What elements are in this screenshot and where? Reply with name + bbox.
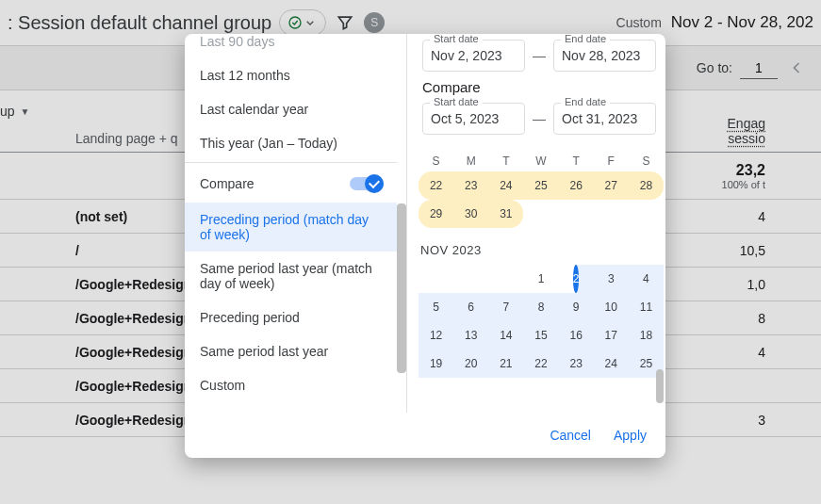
calendar-day [419,265,453,293]
calendar-day[interactable]: 17 [594,321,629,350]
month-label: NOV 2023 [420,243,664,257]
compare-custom[interactable]: Custom [185,368,397,402]
calendar-day[interactable]: 5 [419,293,453,321]
calendar-day[interactable]: 31 [488,200,523,228]
date-range-dialog: Last 90 days Last 12 months Last calenda… [185,34,665,458]
calendar-day[interactable]: 14 [488,321,523,350]
calendar-day[interactable]: 2 [573,265,580,293]
check-icon [365,174,384,193]
calendar-day[interactable]: 15 [523,321,558,350]
cancel-button[interactable]: Cancel [550,428,591,443]
preset-last-90-days[interactable]: Last 90 days [185,34,397,58]
preset-last-12-months[interactable]: Last 12 months [185,58,397,92]
status-chip[interactable] [279,9,326,36]
dialog-actions: Cancel Apply [185,413,665,458]
calendar-day[interactable]: 18 [629,321,664,350]
calendar-day [559,200,594,228]
calendar-day[interactable]: 12 [419,321,453,350]
calendar-day [594,200,629,228]
scrollbar-thumb[interactable] [656,369,664,403]
page-title: : Session default channel group [8,12,271,34]
preset-this-year[interactable]: This year (Jan – Today) [185,126,397,160]
calendar-day[interactable]: 19 [419,350,453,378]
calendar-day[interactable]: 22 [523,350,558,378]
pagination-goto: Go to: [697,57,778,79]
calendar-day[interactable]: 24 [594,350,629,378]
calendar-day[interactable]: 8 [523,293,558,321]
calendar-day[interactable]: 28 [629,171,664,200]
calendar-day[interactable]: 20 [453,350,488,378]
calendar-day[interactable]: 23 [559,350,594,378]
compare-preceding-period[interactable]: Preceding period [185,301,397,334]
compare-same-period-last-year[interactable]: Same period last year [185,334,397,368]
calendar-day [488,265,523,293]
compare-toggle-row: Compare [185,165,397,203]
calendar-day[interactable]: 3 [594,265,629,293]
compare-end-date[interactable]: End date Oct 31, 2023 [553,103,656,135]
compare-preceding-match-dow[interactable]: Preceding period (match day of week) [185,203,397,252]
compare-heading: Compare [422,79,656,95]
calendar-day[interactable]: 30 [453,200,488,228]
calendar-day[interactable]: 22 [419,171,453,200]
filter-icon[interactable] [332,9,358,36]
calendar-day[interactable]: 27 [594,171,629,200]
compare-same-period-last-year-match-dow[interactable]: Same period last year (match day of week… [185,252,397,301]
goto-input[interactable] [740,57,778,79]
calendar-day [453,265,488,293]
calendar-day[interactable]: 13 [453,321,488,350]
calendar-day[interactable]: 6 [453,293,488,321]
calendar-day[interactable]: 21 [488,350,523,378]
preset-last-calendar-year[interactable]: Last calendar year [185,92,397,126]
date-range-display[interactable]: Custom Nov 2 - Nov 28, 202 [616,13,813,32]
engaged-sessions-header[interactable]: Engag sessio [669,116,782,146]
svg-point-0 [289,17,301,28]
apply-button[interactable]: Apply [614,428,647,443]
calendar-day[interactable]: 23 [453,171,488,200]
day-of-week-header: SMTWTFS [419,154,664,168]
preset-list: Last 90 days Last 12 months Last calenda… [185,34,407,413]
compare-start-date[interactable]: Start date Oct 5, 2023 [422,103,525,135]
prev-page-icon[interactable] [783,55,810,81]
calendar-pane: Start date Nov 2, 2023 — End date Nov 28… [407,34,665,413]
calendar-day[interactable]: 25 [523,171,558,200]
primary-end-date[interactable]: End date Nov 28, 2023 [553,40,656,72]
calendar-day[interactable]: 26 [559,171,594,200]
compare-switch[interactable] [350,174,384,193]
avatar[interactable]: S [364,12,385,33]
calendar-day [629,200,664,228]
calendar-day[interactable]: 24 [488,171,523,200]
check-circle-icon [287,15,303,30]
primary-start-date[interactable]: Start date Nov 2, 2023 [422,40,525,72]
calendar-day [523,200,558,228]
calendar-day[interactable]: 10 [594,293,629,321]
calendar-day[interactable]: 16 [559,321,594,350]
caret-down-icon [303,15,318,30]
calendar-day[interactable]: 11 [629,293,664,321]
scrollbar-thumb[interactable] [397,203,406,373]
calendar-day[interactable]: 1 [523,265,558,293]
calendar-day[interactable]: 29 [419,200,453,228]
calendar-day[interactable]: 7 [488,293,523,321]
calendar-day[interactable]: 9 [559,293,594,321]
calendar-day[interactable]: 4 [629,265,664,293]
